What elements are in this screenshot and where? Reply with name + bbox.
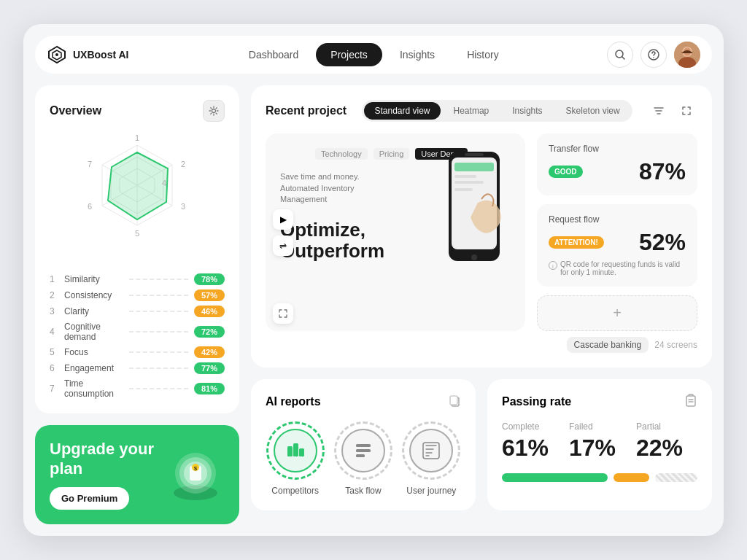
svg-text:2: 2	[181, 160, 185, 168]
go-premium-button[interactable]: Go Premium	[50, 487, 129, 510]
clipboard-icon	[684, 394, 697, 407]
taskflow-circle	[334, 421, 392, 480]
main-content: Overview	[35, 85, 712, 524]
svg-rect-41	[454, 181, 484, 184]
metric-badge-time: 81%	[194, 383, 225, 394]
upgrade-title: Upgrade your plan	[50, 440, 155, 478]
svg-text:i: i	[552, 263, 554, 270]
view-tab-insights[interactable]: Insights	[502, 102, 552, 120]
report-competitors[interactable]: Competitors	[266, 421, 325, 496]
logo-text: UXBoost AI	[73, 49, 128, 61]
report-taskflow[interactable]: Task flow	[333, 421, 392, 496]
complete-label: Complete	[502, 421, 563, 432]
info-icon: i	[549, 261, 557, 270]
nav-tab-insights[interactable]: Insights	[385, 43, 449, 66]
project-header: Recent project Standard view Heatmap Ins…	[266, 100, 697, 122]
metric-badge-engagement: 77%	[194, 362, 225, 374]
metrics-list: 1 Similarity 78% 2 Consistency 57% 3 Cla…	[50, 273, 225, 399]
svg-rect-52	[356, 454, 365, 457]
project-name-badge: Cascade banking	[567, 337, 649, 353]
request-flow-note: i QR code for requesting funds is valid …	[549, 260, 686, 276]
user-avatar[interactable]	[674, 42, 700, 68]
project-preview: ▶ ⇌ Technology Pricing User Demo Save ti…	[266, 133, 525, 331]
nav-tab-history[interactable]: History	[452, 43, 514, 66]
overview-title: Overview	[50, 104, 101, 117]
transfer-flow-percent: 87%	[639, 158, 686, 185]
logo-area: UXBoost AI	[47, 44, 128, 65]
rate-bars	[502, 473, 697, 482]
help-button[interactable]	[640, 42, 667, 68]
view-tab-skeleton[interactable]: Skeleton view	[556, 102, 630, 120]
search-button[interactable]	[607, 42, 633, 68]
metric-row-7: 7 Time consumption 81%	[50, 378, 225, 399]
failed-label: Failed	[569, 421, 630, 432]
svg-rect-53	[423, 443, 439, 459]
metric-row-6: 6 Engagement 77%	[50, 362, 225, 374]
transfer-flow-badge: GOOD	[549, 166, 583, 178]
nav-tab-dashboard[interactable]: Dashboard	[234, 43, 314, 66]
rate-header: Passing rate	[502, 394, 697, 410]
expand-icon[interactable]	[676, 100, 697, 122]
taskflow-label: Task flow	[345, 486, 381, 496]
flow-metrics: Transfer flow GOOD 87% Request flow ATTE…	[537, 133, 697, 331]
partial-label: Partial	[636, 421, 697, 432]
svg-rect-39	[454, 163, 494, 171]
metric-row-1: 1 Similarity 78%	[50, 273, 225, 285]
bottom-row: AI reports	[251, 379, 712, 510]
help-icon	[648, 49, 659, 61]
left-column: Overview	[35, 85, 239, 524]
radar-chart: 1 2 3 5 6 7 4	[64, 131, 210, 262]
svg-rect-51	[356, 449, 371, 452]
overview-header: Overview	[50, 100, 225, 122]
preview-tools: ▶ ⇌	[273, 209, 293, 256]
svg-text:6: 6	[88, 202, 92, 211]
ai-reports-card: AI reports	[251, 379, 476, 510]
recent-project-title: Recent project	[266, 104, 347, 117]
transfer-flow-item: Transfer flow GOOD 87%	[537, 133, 697, 195]
request-flow-badge: ATTENTION!	[549, 236, 604, 249]
svg-rect-49	[299, 448, 304, 456]
svg-text:7: 7	[88, 160, 92, 168]
overview-settings-button[interactable]	[203, 100, 225, 122]
rate-bar-partial	[655, 473, 697, 482]
play-button[interactable]: ▶	[273, 209, 293, 230]
rate-icon-button[interactable]	[684, 394, 697, 410]
metric-badge-consistency: 57%	[194, 289, 225, 301]
rate-bar-failed	[614, 473, 649, 482]
rate-bar-complete	[502, 473, 608, 482]
metric-row-2: 2 Consistency 57%	[50, 289, 225, 301]
competitors-circle	[266, 421, 325, 480]
search-icon	[614, 49, 626, 61]
reports-grid: Competitors	[266, 421, 461, 496]
upgrade-card: Upgrade your plan Go Premium $	[35, 425, 239, 524]
svg-text:3: 3	[181, 202, 185, 211]
metric-badge-clarity: 46%	[194, 306, 225, 317]
svg-rect-48	[293, 443, 298, 456]
header: UXBoost AI Dashboard Projects Insights H…	[35, 36, 712, 74]
complete-value: 61%	[502, 435, 563, 462]
metric-badge-similarity: 78%	[194, 273, 225, 285]
svg-rect-47	[287, 446, 293, 456]
svg-rect-50	[356, 444, 371, 447]
logo-icon	[47, 44, 67, 65]
view-tabs: Standard view Heatmap Insights Skeleton …	[362, 100, 632, 122]
project-content: ▶ ⇌ Technology Pricing User Demo Save ti…	[266, 133, 697, 331]
svg-text:5: 5	[135, 229, 139, 238]
svg-rect-40	[454, 175, 476, 178]
expand-preview-button[interactable]	[273, 303, 293, 324]
upgrade-illustration: $	[166, 446, 225, 504]
reports-copy-button[interactable]	[448, 394, 461, 410]
list-filter-icon[interactable]	[648, 100, 670, 122]
nav-tab-projects[interactable]: Projects	[316, 43, 382, 66]
svg-point-0	[55, 53, 58, 56]
share-button[interactable]: ⇌	[273, 236, 293, 256]
right-column: Recent project Standard view Heatmap Ins…	[251, 85, 712, 524]
view-tab-standard[interactable]: Standard view	[364, 102, 440, 120]
project-actions	[648, 100, 697, 122]
metric-row-5: 5 Focus 42%	[50, 346, 225, 358]
report-journey[interactable]: User journey	[402, 421, 461, 496]
app-container: UXBoost AI Dashboard Projects Insights H…	[23, 24, 724, 536]
add-flow-button[interactable]: +	[537, 295, 697, 331]
view-tab-heatmap[interactable]: Heatmap	[444, 102, 500, 120]
metric-row-3: 3 Clarity 46%	[50, 306, 225, 317]
